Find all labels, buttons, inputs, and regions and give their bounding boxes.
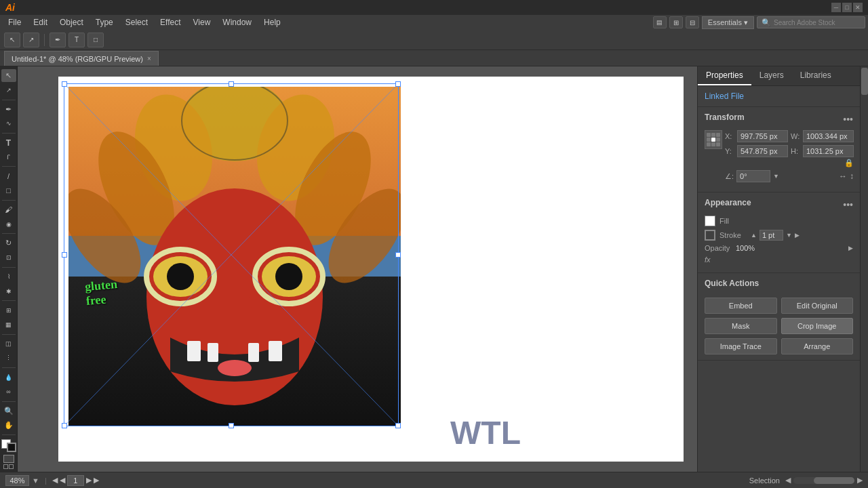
stroke-swatch[interactable] [705, 230, 715, 241]
normal-draw-mode[interactable] [3, 455, 14, 463]
lock-proportions-icon[interactable]: 🔒 [844, 159, 854, 167]
tab-properties[interactable]: Properties [698, 66, 751, 85]
tab-label: Untitled-1* @ 48% (RGB/GPU Preview) [12, 55, 143, 63]
select-tool[interactable]: ↖ [4, 33, 20, 47]
rotate-tool[interactable]: ↻ [1, 237, 16, 249]
arrange-icon[interactable]: ▤ [653, 16, 667, 28]
nav-last-btn[interactable]: ▶ [86, 476, 92, 485]
gradient-tool[interactable]: ◫ [1, 338, 16, 350]
warp-tool[interactable]: ⌇ [1, 270, 16, 283]
tool-sep-10 [2, 401, 16, 402]
blend-tool[interactable]: ∞ [1, 385, 16, 398]
menu-select[interactable]: Select [120, 16, 153, 28]
rect-tool[interactable]: □ [1, 184, 16, 197]
essentials-dropdown[interactable]: Essentials ▾ [702, 16, 754, 29]
zoom-dropdown-icon[interactable]: ▼ [32, 476, 39, 485]
blob-brush-tool[interactable]: ◉ [1, 218, 16, 230]
panel-tabs: Properties Layers Libraries [698, 66, 860, 86]
fill-swatch[interactable] [705, 216, 715, 226]
tool-sep-4 [2, 200, 16, 201]
menu-window[interactable]: Window [217, 16, 257, 28]
draw-inside-mode[interactable] [3, 464, 8, 469]
canvas-area[interactable]: glutenfree WTL [18, 66, 697, 472]
vertical-scrollbar[interactable] [860, 66, 868, 472]
zoom-input[interactable] [5, 475, 29, 486]
minimize-button[interactable]: ─ [831, 3, 841, 12]
angle-dropdown-icon[interactable]: ▼ [773, 173, 779, 180]
crop-image-button[interactable]: Crop Image [781, 318, 854, 334]
line-tool[interactable]: / [1, 169, 16, 182]
fill-stroke-swatches[interactable] [1, 439, 16, 452]
active-tab[interactable]: Untitled-1* @ 48% (RGB/GPU Preview) × [4, 51, 159, 66]
nav-prev-btn[interactable]: ◀ [52, 476, 58, 485]
graph-tool[interactable]: ⊞ [1, 304, 16, 317]
curvature-tool[interactable]: ∿ [1, 117, 16, 130]
image-trace-button[interactable]: Image Trace [705, 338, 777, 354]
appearance-more-btn[interactable]: ••• [843, 199, 853, 210]
stroke-value-input[interactable] [760, 230, 783, 241]
scroll-left-btn[interactable]: ◀ [785, 476, 791, 485]
angle-input[interactable] [736, 170, 770, 182]
close-button[interactable]: ✕ [853, 3, 863, 12]
arrange-button[interactable]: Arrange [781, 338, 854, 354]
eyedropper-tool[interactable]: 💧 [1, 371, 16, 384]
zoom-tool[interactable]: 🔍 [1, 404, 16, 417]
flip-v-icon[interactable]: ↕ [850, 171, 854, 181]
tab-layers[interactable]: Layers [751, 66, 792, 85]
mask-button[interactable]: Mask [705, 318, 777, 334]
menu-help[interactable]: Help [258, 16, 286, 28]
menu-type[interactable]: Type [90, 16, 119, 28]
embed-button[interactable]: Embed [705, 298, 777, 314]
menu-file[interactable]: File [3, 16, 26, 28]
tool-sep-8 [2, 334, 16, 335]
linked-file-link[interactable]: Linked File [705, 92, 744, 101]
menu-effect[interactable]: Effect [155, 16, 186, 28]
stroke-down-btn[interactable]: ▼ [786, 232, 792, 239]
hand-tool[interactable]: ✋ [1, 419, 16, 432]
type-v-tool[interactable]: ꓩ [1, 150, 16, 163]
nav-first-btn[interactable]: ◀ [60, 476, 65, 485]
search-bar[interactable]: 🔍 Search Adobe Stock [757, 16, 865, 28]
flip-h-icon[interactable]: ↔ [839, 171, 847, 181]
direct-select-tool[interactable]: ↗ [23, 33, 39, 47]
menu-object[interactable]: Object [54, 16, 89, 28]
horizontal-scrollbar[interactable] [793, 477, 854, 484]
x-input[interactable] [737, 130, 788, 142]
h-input[interactable] [803, 145, 854, 157]
y-input[interactable] [737, 145, 788, 157]
column-graph-tool[interactable]: ▦ [1, 318, 16, 331]
h-scroll-thumb[interactable] [814, 477, 854, 484]
selection-tool[interactable]: ↖ [1, 69, 16, 82]
mesh-tool[interactable]: ⋮ [1, 352, 16, 365]
opacity-more-btn[interactable]: ▶ [848, 245, 853, 251]
type-tool[interactable]: T [68, 33, 85, 47]
arrange-btn2[interactable]: ⊟ [686, 16, 699, 28]
rect-tool[interactable]: □ [87, 33, 104, 47]
edit-original-button[interactable]: Edit Original [781, 298, 854, 314]
stroke-options-btn[interactable]: ▶ [795, 232, 800, 239]
direct-selection-tool[interactable]: ↗ [1, 83, 16, 96]
menu-view[interactable]: View [188, 16, 216, 28]
scroll-right-btn[interactable]: ▶ [857, 476, 863, 485]
nav-next-btn[interactable]: ▶ [94, 476, 99, 485]
transform-reference-point[interactable] [705, 130, 722, 149]
tab-close-button[interactable]: × [147, 55, 151, 62]
paintbrush-tool[interactable]: 🖌 [1, 203, 16, 216]
page-input[interactable] [67, 475, 84, 486]
transform-box-grid [707, 133, 720, 146]
menu-edit[interactable]: Edit [28, 16, 53, 28]
pen-tool[interactable]: ✒ [1, 102, 16, 115]
stroke-up-btn[interactable]: ▲ [751, 232, 757, 239]
workspace-icon[interactable]: ⊞ [669, 16, 683, 28]
draw-behind-mode[interactable] [9, 464, 14, 469]
type-tool[interactable]: T [1, 136, 16, 149]
scale-tool[interactable]: ⊡ [1, 251, 16, 264]
maximize-button[interactable]: □ [842, 3, 852, 12]
transform-more-btn[interactable]: ••• [843, 114, 853, 125]
w-input[interactable] [803, 130, 854, 142]
tool-sep-1 [2, 100, 16, 100]
tab-libraries[interactable]: Libraries [792, 66, 840, 85]
pen-tool[interactable]: ✒ [50, 33, 66, 47]
scrollbar-thumb[interactable] [861, 68, 868, 95]
symbol-sprayer[interactable]: ✱ [1, 285, 16, 298]
